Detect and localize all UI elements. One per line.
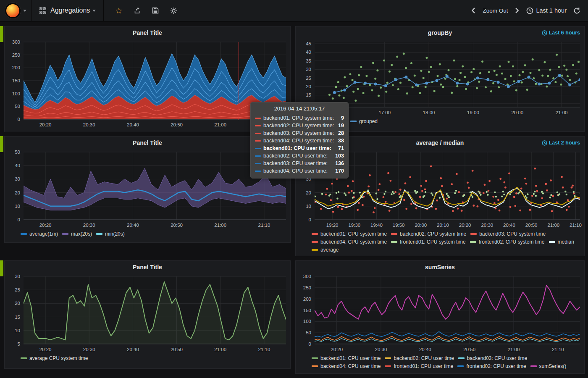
legend-item[interactable]: max(20s) — [62, 231, 92, 237]
series-value: 9 — [341, 115, 344, 121]
legend-item[interactable]: frontend01: CPU user time — [385, 363, 453, 369]
svg-text:30: 30 — [306, 67, 311, 72]
svg-text:21:00: 21:00 — [508, 347, 520, 352]
legend-item[interactable]: backend03: CPU system time — [470, 231, 546, 237]
series-color-dash — [255, 133, 261, 134]
clock-icon — [542, 30, 547, 36]
svg-text:20: 20 — [306, 84, 311, 89]
legend-color-dash — [470, 241, 476, 243]
legend-item[interactable]: grouped — [350, 118, 378, 124]
series-color-dash — [255, 155, 261, 157]
panel-title[interactable]: average / median — [416, 139, 464, 146]
legend-item[interactable]: frontend02: CPU user time — [457, 363, 526, 369]
legend-item[interactable]: sumSeries() — [530, 363, 567, 369]
series-color-dash — [255, 148, 261, 149]
legend-label: backend02: CPU system time — [400, 231, 466, 237]
panel-title[interactable]: groupBy — [428, 29, 452, 36]
legend-color-dash — [312, 365, 318, 367]
row-handle-1[interactable] — [0, 26, 3, 42]
svg-text:21:10: 21:10 — [258, 347, 270, 352]
legend-item[interactable]: backend02: CPU system time — [391, 231, 466, 237]
chevron-left-icon[interactable] — [471, 7, 476, 14]
legend-item[interactable]: average(1m) — [21, 231, 58, 237]
panel-time-badge[interactable]: Last 2 hours — [542, 140, 580, 146]
grafana-logo-icon — [5, 3, 21, 18]
tooltip-series-row: backend02: CPU user time: 103 — [255, 152, 344, 160]
dashboard-caret-icon — [92, 10, 96, 12]
series-color-dash — [255, 163, 261, 164]
line-chart[interactable]: 5101520253020:2020:3020:4020:5021:0021:1… — [5, 261, 290, 368]
row-handle-2[interactable] — [0, 136, 3, 152]
legend-label: min(20s) — [105, 231, 125, 237]
legend-item[interactable]: backend01: CPU system time — [312, 231, 387, 237]
svg-text:25: 25 — [15, 287, 20, 292]
svg-text:20: 20 — [15, 190, 20, 195]
legend-label: backend01: CPU user time — [320, 355, 381, 361]
band-line-chart[interactable]: 0102030405020:2020:3020:4020:5021:0021:1… — [5, 136, 290, 242]
legend-item[interactable]: backend01: CPU user time — [312, 355, 381, 361]
legend-item[interactable]: frontend01: CPU system time — [391, 239, 466, 245]
svg-text:20: 20 — [15, 301, 20, 306]
legend-item[interactable]: frontend02: CPU system time — [470, 239, 545, 245]
legend-item[interactable]: backend02: CPU user time — [385, 355, 454, 361]
panel-title[interactable]: Panel Title — [133, 139, 162, 146]
svg-text:40: 40 — [306, 50, 311, 55]
legend-item[interactable]: median — [549, 239, 574, 245]
svg-text:100: 100 — [12, 91, 20, 96]
row-handle-3[interactable] — [0, 260, 3, 276]
svg-text:20:50: 20:50 — [463, 347, 475, 352]
panel-legend: average CPU system time — [21, 355, 287, 361]
legend-color-dash — [385, 357, 391, 359]
stacked-area-chart[interactable]: 05010015020025030020:2020:3020:4020:5021… — [5, 26, 290, 132]
legend-item[interactable]: min(20s) — [96, 231, 125, 237]
panel-title[interactable]: sumSeries — [425, 264, 455, 270]
refresh-icon[interactable] — [573, 7, 580, 14]
legend-label: max(20s) — [71, 231, 92, 237]
series-label: backend03: CPU user time: — [263, 160, 335, 166]
legend-item[interactable]: average CPU system time — [21, 355, 88, 361]
svg-text:5: 5 — [18, 341, 20, 346]
top-navbar: Aggregations ☆ Zoom Out Last 1 hour — [0, 0, 588, 22]
svg-text:19:00: 19:00 — [467, 110, 479, 115]
legend-item[interactable]: backend03: CPU user time — [458, 355, 527, 361]
panel-title[interactable]: Panel Title — [133, 29, 162, 36]
zoom-out-button[interactable]: Zoom Out — [483, 8, 508, 14]
svg-text:19:20: 19:20 — [326, 223, 339, 228]
tooltip-series-row: backend01: CPU system time: 9 — [255, 114, 344, 122]
gear-icon[interactable] — [170, 7, 177, 14]
grafana-logo-button[interactable] — [0, 0, 32, 21]
share-icon[interactable] — [134, 7, 141, 14]
svg-text:0: 0 — [18, 217, 20, 222]
panel-time-badge[interactable]: Last 6 hours — [542, 30, 580, 36]
svg-text:20:00: 20:00 — [511, 110, 523, 115]
dashboard-picker[interactable]: Aggregations — [32, 0, 104, 21]
panel-cpu-stacked: Panel Title 05010015020025030020:2020:30… — [4, 26, 291, 132]
series-value: 136 — [335, 160, 344, 166]
legend-item[interactable]: average — [312, 247, 339, 253]
svg-text:50: 50 — [15, 150, 20, 155]
chevron-right-icon[interactable] — [514, 7, 520, 14]
svg-text:25: 25 — [306, 76, 311, 81]
legend-item[interactable]: backend04: CPU system time — [312, 239, 387, 245]
svg-text:30: 30 — [15, 176, 20, 181]
svg-text:10: 10 — [306, 204, 311, 209]
legend-color-dash — [21, 233, 27, 235]
series-label: backend02: CPU system time: — [263, 123, 338, 129]
legend-label: frontend01: CPU system time — [400, 239, 466, 245]
svg-text:20:40: 20:40 — [127, 223, 139, 228]
legend-item[interactable]: backend04: CPU user time — [312, 363, 381, 369]
crosshair-line — [239, 42, 239, 120]
svg-text:10: 10 — [15, 328, 20, 333]
save-icon[interactable] — [152, 7, 159, 14]
star-icon[interactable]: ☆ — [115, 7, 122, 15]
series-color-dash — [255, 125, 261, 126]
series-value: 38 — [338, 138, 344, 144]
svg-text:50: 50 — [306, 330, 311, 335]
panel-average-cpu: Panel Title 5101520253020:2020:3020:4020… — [4, 260, 291, 369]
panel-title[interactable]: Panel Title — [133, 264, 162, 270]
svg-text:50: 50 — [15, 104, 20, 109]
tooltip-series-row: backend02: CPU system time: 19 — [255, 122, 344, 129]
svg-text:20:20: 20:20 — [39, 223, 52, 228]
time-picker[interactable]: Last 1 hour — [526, 7, 567, 14]
panel-legend: backend01: CPU user time backend02: CPU … — [312, 355, 581, 369]
